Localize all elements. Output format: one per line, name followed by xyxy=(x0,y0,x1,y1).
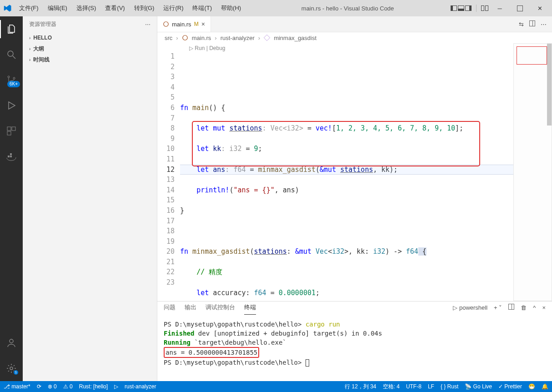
more-icon[interactable]: ⋯ xyxy=(145,21,151,28)
svg-point-4 xyxy=(13,77,15,79)
breadcrumb[interactable]: src› main.rs› rust-analyzer› minmax_gasd… xyxy=(157,32,552,43)
panel-tab-output[interactable]: 输出 xyxy=(185,303,196,314)
panel-tab-problems[interactable]: 问题 xyxy=(164,303,176,314)
menu-view[interactable]: 查看(V) xyxy=(101,2,128,14)
svg-rect-8 xyxy=(8,156,10,157)
status-encoding[interactable]: UTF-8 xyxy=(406,383,422,390)
tab-bar: main.rs M × ⇆ ⋯ xyxy=(157,16,552,32)
status-rust-project[interactable]: Rust: [hello] xyxy=(79,383,108,390)
new-terminal-icon[interactable]: + ˅ xyxy=(494,304,502,314)
activity-source-control[interactable]: 6K+ xyxy=(0,71,23,89)
close-tab-icon[interactable]: × xyxy=(201,20,205,28)
status-bell-icon[interactable]: 🔔 xyxy=(542,383,548,390)
menu-file[interactable]: 文件(F) xyxy=(15,2,42,14)
modified-indicator: M xyxy=(194,21,199,27)
tab-main-rs[interactable]: main.rs M × xyxy=(157,16,211,32)
customize-layout-icon[interactable] xyxy=(481,5,488,11)
activity-docker[interactable] xyxy=(0,147,23,166)
activity-bar: 6K+ 1 xyxy=(0,16,23,381)
settings-badge: 1 xyxy=(14,370,18,375)
window-title: main.rs - hello - Visual Studio Code xyxy=(245,5,451,12)
activity-run-debug[interactable] xyxy=(0,96,23,115)
account-icon xyxy=(6,337,17,348)
activity-search[interactable] xyxy=(0,45,23,64)
svg-point-11 xyxy=(10,339,13,343)
terminal-shell-select[interactable]: ▷ powershell xyxy=(453,304,487,314)
chevron-right-icon: › xyxy=(29,57,30,62)
more-actions-icon[interactable]: ⋯ xyxy=(541,21,547,28)
code-editor[interactable]: 1234567891011121314151617181920212223 ▷ … xyxy=(157,43,552,301)
panel-tab-terminal[interactable]: 终端 xyxy=(244,303,256,315)
status-feedback-icon[interactable]: 😷 xyxy=(528,383,535,390)
compare-changes-icon[interactable]: ⇆ xyxy=(519,21,524,28)
split-terminal-icon[interactable] xyxy=(508,304,514,314)
code-content[interactable]: fn main() { let mut stations: Vec<i32> =… xyxy=(180,84,552,301)
svg-point-12 xyxy=(10,367,13,370)
menu-go[interactable]: 转到(G) xyxy=(130,2,158,14)
maximize-panel-icon[interactable]: ^ xyxy=(533,304,536,314)
activity-accounts[interactable] xyxy=(0,334,23,352)
activity-extensions[interactable] xyxy=(0,122,23,140)
window-close-button[interactable]: ✕ xyxy=(531,1,548,15)
files-icon xyxy=(6,24,17,35)
terminal-content[interactable]: PS D:\mysetup\gopath\rustcode\hello> car… xyxy=(157,316,552,381)
status-line-col[interactable]: 行 12，列 34 xyxy=(345,383,376,391)
status-sync[interactable]: ⟳ xyxy=(37,383,41,390)
folder-hello[interactable]: › HELLO xyxy=(23,32,157,43)
status-rust-analyzer[interactable]: rust-analyzer xyxy=(125,383,156,390)
svg-rect-7 xyxy=(7,131,11,135)
svg-line-1 xyxy=(13,56,15,59)
symbol-function-icon xyxy=(264,35,270,41)
codelens-run-debug[interactable]: ▷ Run | Debug xyxy=(189,43,226,54)
extensions-icon xyxy=(6,126,17,136)
svg-rect-6 xyxy=(12,127,15,131)
status-warnings[interactable]: ⚠ 0 xyxy=(63,383,73,390)
menu-edit[interactable]: 编辑(E) xyxy=(44,2,71,14)
chevron-right-icon: › xyxy=(29,35,30,40)
menu-help[interactable]: 帮助(H) xyxy=(217,2,245,14)
kill-terminal-icon[interactable]: 🗑 xyxy=(521,304,527,314)
status-spaces[interactable]: 空格: 4 xyxy=(383,383,400,391)
outline-section[interactable]: › 大纲 xyxy=(23,43,157,54)
status-bar: ⎇ master* ⟳ ⊗ 0 ⚠ 0 Rust: [hello] ▷ rust… xyxy=(0,381,552,392)
close-panel-icon[interactable]: × xyxy=(542,304,546,314)
activity-settings[interactable]: 1 xyxy=(0,359,23,377)
status-prettier[interactable]: ✓ Prettier xyxy=(498,383,522,390)
activity-explorer[interactable] xyxy=(0,20,23,38)
title-bar: 文件(F) 编辑(E) 选择(S) 查看(V) 转到(G) 运行(R) 终端(T… xyxy=(0,0,552,16)
status-rust-analyzer-play[interactable]: ▷ xyxy=(114,383,118,390)
rust-file-icon xyxy=(182,35,188,41)
explorer-sidebar: 资源管理器 ⋯ › HELLO › 大纲 › 时间线 xyxy=(23,16,157,381)
status-go-live[interactable]: 📡 Go Live xyxy=(465,383,492,390)
svg-rect-9 xyxy=(10,156,12,157)
bottom-panel: 问题 输出 调试控制台 终端 ▷ powershell + ˅ 🗑 ^ × PS… xyxy=(157,301,552,381)
menu-select[interactable]: 选择(S) xyxy=(73,2,100,14)
window-minimize-button[interactable]: ─ xyxy=(491,1,508,15)
svg-rect-15 xyxy=(264,35,270,40)
svg-rect-5 xyxy=(7,127,11,131)
window-maximize-button[interactable] xyxy=(511,1,528,15)
layout-controls[interactable] xyxy=(451,5,472,11)
svg-point-14 xyxy=(182,35,187,40)
minimap[interactable] xyxy=(513,43,552,301)
menu-bar: 文件(F) 编辑(E) 选择(S) 查看(V) 转到(G) 运行(R) 终端(T… xyxy=(15,2,245,14)
vscode-logo-icon xyxy=(4,4,12,12)
editor-area: main.rs M × ⇆ ⋯ src› main.rs› rust-analy… xyxy=(157,16,552,381)
highlighted-output: ans = 0.5000000413701855 xyxy=(164,347,259,358)
status-errors[interactable]: ⊗ 0 xyxy=(48,383,57,390)
panel-tabs: 问题 输出 调试控制台 终端 ▷ powershell + ˅ 🗑 ^ × xyxy=(157,302,552,316)
timeline-section[interactable]: › 时间线 xyxy=(23,54,157,65)
svg-rect-10 xyxy=(10,153,12,155)
split-editor-icon[interactable] xyxy=(529,20,535,28)
chevron-right-icon: › xyxy=(29,46,30,51)
search-icon xyxy=(6,49,17,60)
status-branch[interactable]: ⎇ master* xyxy=(4,383,30,390)
status-language[interactable]: { } Rust xyxy=(441,383,458,390)
scm-badge: 6K+ xyxy=(7,81,20,87)
panel-tab-debug-console[interactable]: 调试控制台 xyxy=(206,303,235,314)
rust-file-icon xyxy=(163,21,169,27)
menu-terminal[interactable]: 终端(T) xyxy=(189,2,216,14)
svg-point-2 xyxy=(8,76,10,78)
status-eol[interactable]: LF xyxy=(428,383,434,390)
menu-run[interactable]: 运行(R) xyxy=(160,2,187,14)
